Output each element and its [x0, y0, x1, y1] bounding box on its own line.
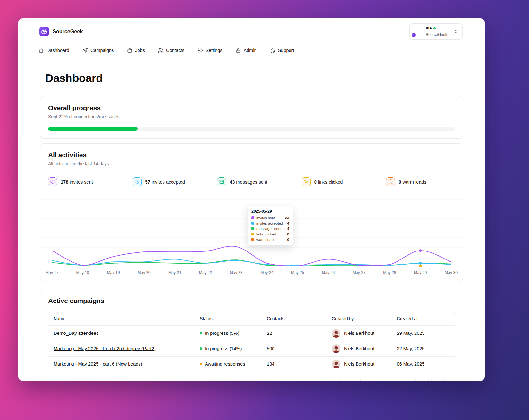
tab-admin[interactable]: Admin	[235, 44, 258, 58]
svg-text:May 28: May 28	[383, 270, 396, 275]
svg-text:May 20: May 20	[138, 270, 151, 275]
tooltip-label: warm leads	[256, 238, 285, 242]
series-swatch	[251, 233, 254, 235]
stat-invites-accepted: 57 invites accepted	[125, 173, 210, 191]
last-page-button[interactable]	[444, 378, 455, 381]
stat-links-clicked: 0 links clicked	[294, 173, 379, 191]
tab-label: Campaigns	[90, 48, 114, 53]
contacts-count: 22	[262, 325, 327, 341]
chevrons-left-icon	[408, 381, 413, 381]
svg-text:May 22: May 22	[199, 270, 212, 275]
campaigns-table: Name Status Contacts Created by Created …	[48, 312, 455, 372]
tooltip-label: invites accepted	[256, 221, 285, 225]
tab-jobs[interactable]: Jobs	[126, 44, 146, 58]
page-indicator: Page 1 of 1	[371, 380, 395, 381]
activities-subtitle: All activities in the last 14 days.	[48, 161, 455, 166]
all-activities-card: All activities All activities in the las…	[40, 143, 463, 282]
stat-value: 178	[61, 179, 68, 185]
tooltip-label: invites sent	[256, 216, 283, 220]
users-icon	[158, 48, 164, 53]
invite-heart-icon	[48, 177, 57, 186]
prev-page-button[interactable]	[418, 378, 429, 381]
svg-text:May 19: May 19	[107, 270, 120, 275]
chevron-left-icon	[421, 381, 426, 381]
chip-text: Ilia SourceGeek	[426, 26, 447, 37]
page-title: Dashboard	[45, 72, 463, 85]
svg-text:May 29: May 29	[414, 270, 427, 275]
send-icon	[82, 48, 88, 53]
progress-bar-track	[48, 127, 455, 131]
rows-per-page-value: 50	[344, 380, 349, 381]
svg-text:May 27: May 27	[353, 270, 366, 275]
heart-check-icon	[133, 177, 142, 186]
chart-tooltip: 2025-05-29 invites sent23 invites accept…	[247, 206, 293, 245]
activity-stats-row: 178 invites sent 57 invites accepted 43 …	[40, 173, 463, 191]
svg-text:May 18: May 18	[76, 270, 89, 275]
creator-avatar	[332, 344, 340, 353]
app-header: SourceGeek Ilia SourceGeek	[18, 18, 485, 44]
table-row[interactable]: Marketing - May 2025 - Re-do 2nd degree …	[48, 341, 455, 356]
svg-text:May 25: May 25	[291, 270, 304, 275]
mail-check-icon	[217, 177, 226, 186]
stat-warm-leads: 0 warm leads	[378, 173, 463, 191]
thermometer-icon	[386, 177, 395, 186]
tooltip-row: links clicked0	[251, 232, 289, 236]
tooltip-row: invites sent23	[251, 216, 289, 220]
tab-dashboard[interactable]: Dashboard	[38, 44, 70, 58]
col-header-contacts: Contacts	[262, 312, 327, 326]
campaign-link[interactable]: Demo_Day attendees	[54, 331, 98, 336]
chevron-right-icon	[434, 381, 439, 381]
stat-value: 0	[314, 179, 317, 185]
account-switcher[interactable]: Ilia SourceGeek	[409, 23, 463, 40]
table-row[interactable]: Marketing - May 2025 - part 6 (New Leads…	[48, 356, 455, 372]
tab-support[interactable]: Support	[269, 44, 295, 58]
chevrons-up-down-icon	[454, 29, 458, 34]
rows-per-page-select[interactable]: 50	[340, 378, 361, 381]
org-badge-icon	[411, 32, 416, 37]
table-row[interactable]: Demo_Day attendees In progress (5%) 22 N…	[48, 325, 455, 341]
next-page-button[interactable]	[431, 378, 442, 381]
creator-avatar	[332, 360, 340, 368]
svg-text:May 30: May 30	[445, 270, 458, 275]
headset-icon	[270, 48, 275, 53]
status-dot	[200, 332, 202, 334]
sourcegeek-logo-icon	[39, 27, 49, 36]
stat-label: messages sent	[236, 179, 267, 185]
tab-contacts[interactable]: Contacts	[157, 44, 185, 58]
svg-text:May 17: May 17	[46, 270, 59, 275]
created-at: 29 May, 2025	[392, 325, 455, 341]
col-header-status: Status	[195, 312, 262, 326]
stat-label: invites accepted	[152, 179, 185, 185]
table-footer: 0 of 3 row(s) selected Rows per page 50 …	[48, 378, 455, 381]
overall-progress-subtitle: Sent 22% of connections/messages.	[48, 114, 455, 119]
tab-label: Admin	[244, 48, 257, 53]
tab-label: Support	[278, 48, 294, 53]
brand-name: SourceGeek	[53, 29, 83, 35]
svg-text:May 26: May 26	[322, 270, 335, 275]
svg-text:May 23: May 23	[230, 270, 243, 275]
status-text: In progress (5%)	[205, 331, 239, 336]
campaigns-title: Active campaigns	[48, 297, 455, 305]
tab-settings[interactable]: Settings	[197, 44, 223, 58]
first-page-button[interactable]	[405, 378, 416, 381]
rows-per-page-label: Rows per page	[303, 380, 335, 381]
tab-label: Jobs	[135, 48, 145, 53]
brand: SourceGeek	[39, 27, 83, 36]
series-swatch	[251, 238, 254, 241]
activity-chart-area: May 17May 18May 19May 20May 21May 22May …	[40, 191, 463, 282]
briefcase-icon	[127, 48, 132, 53]
stat-invites-sent: 178 invites sent	[40, 173, 125, 191]
campaign-link[interactable]: Marketing - May 2025 - Re-do 2nd degree …	[54, 346, 155, 351]
created-at: 22 May, 2025	[392, 341, 455, 356]
tab-label: Contacts	[166, 48, 184, 53]
cursor-click-icon	[302, 177, 311, 186]
tab-campaigns[interactable]: Campaigns	[81, 44, 115, 58]
creator-name: Niels Berkhout	[344, 346, 374, 351]
user-name: Ilia	[426, 26, 432, 31]
series-swatch	[251, 222, 254, 225]
overall-progress-title: Overall progress	[48, 104, 455, 112]
primary-nav: Dashboard Campaigns Jobs Contacts Settin…	[18, 44, 485, 58]
tab-label: Dashboard	[46, 48, 69, 53]
campaign-link[interactable]: Marketing - May 2025 - part 6 (New Leads…	[54, 361, 142, 366]
stat-label: invites sent	[70, 179, 93, 185]
